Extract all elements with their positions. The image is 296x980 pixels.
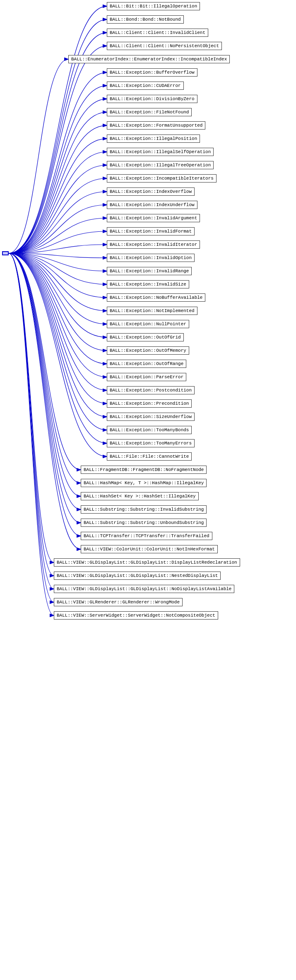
connection-line-n2 [9,19,107,253]
connection-line-n18 [9,231,107,253]
child-node-n18[interactable]: BALL::Exception::InvalidFormat [107,227,195,235]
child-node-n22[interactable]: BALL::Exception::InvalidSize [107,280,189,288]
child-node-n19[interactable]: BALL::Exception::InvalidIterator [107,240,200,249]
child-node-n25[interactable]: BALL::Exception::NullPointer [107,320,189,328]
connection-line-n33 [9,253,107,430]
connection-line-n9 [9,112,107,253]
connection-line-n35 [9,253,107,456]
child-node-n5[interactable]: BALL::EnumeratorIndex::EnumeratorIndex::… [68,55,230,63]
connection-line-n31 [9,253,107,404]
connection-line-n17 [9,218,107,253]
connection-line-n24 [9,253,107,311]
connection-line-n3 [9,33,107,253]
connection-line-n40 [9,253,81,523]
connection-line-n38 [9,253,81,496]
connection-line-n37 [9,253,81,483]
child-node-n33[interactable]: BALL::Exception::TooManyBonds [107,426,192,434]
child-node-n20[interactable]: BALL::Exception::InvalidOption [107,254,195,262]
diagram-container: BALL::Bit::Bit::IllegalOperationBALL::Bo… [0,0,296,980]
child-node-n24[interactable]: BALL::Exception::NotImplemented [107,307,197,315]
child-node-n9[interactable]: BALL::Exception::FileNotFound [107,108,192,116]
child-node-n16[interactable]: BALL::Exception::IndexUnderflow [107,201,197,209]
child-node-n11[interactable]: BALL::Exception::IllegalPosition [107,135,200,143]
child-node-n21[interactable]: BALL::Exception::InvalidRange [107,267,192,275]
connection-line-n43 [9,253,54,562]
child-node-n29[interactable]: BALL::Exception::ParseError [107,373,186,381]
child-node-n40[interactable]: BALL::Substring::Substring::UnboundSubst… [81,519,207,527]
child-node-n2[interactable]: BALL::Bond::Bond::NotBound [107,15,184,24]
connection-line-n45 [9,253,54,589]
child-node-n4[interactable]: BALL::Client::Client::NoPersistentObject [107,42,222,50]
child-node-n34[interactable]: BALL::Exception::TooManyErrors [107,439,195,447]
child-node-n35[interactable]: BALL::File::File::CannotWrite [107,452,192,461]
connection-line-n36 [9,253,81,470]
child-node-n47[interactable]: BALL::VIEW::ServerWidget::ServerWidget::… [54,611,218,620]
connection-line-n1 [9,6,107,253]
connection-line-n44 [9,253,54,576]
child-node-n26[interactable]: BALL::Exception::OutOfGrid [107,333,184,341]
child-node-n43[interactable]: BALL::VIEW::GLDisplayList::GLDisplayList… [54,558,240,567]
child-node-n10[interactable]: BALL::Exception::FormatUnsupported [107,121,205,130]
child-node-n23[interactable]: BALL::Exception::NoBufferAvailable [107,293,205,302]
child-node-n15[interactable]: BALL::Exception::IndexOverflow [107,187,195,196]
connection-line-n7 [9,86,107,253]
child-node-n30[interactable]: BALL::Exception::Postcondition [107,386,195,394]
connection-line-n6 [9,72,107,253]
connection-line-n5 [9,59,68,253]
connection-line-n22 [9,253,107,284]
child-node-n42[interactable]: BALL::VIEW::ColorUnit::ColorUnit::NotInH… [81,545,218,553]
connection-line-n11 [9,139,107,253]
child-node-n44[interactable]: BALL::VIEW::GLDisplayList::GLDisplayList… [54,572,221,580]
child-node-n3[interactable]: BALL::Client::Client::InvalidClient [107,29,208,37]
connection-line-n34 [9,253,107,443]
connection-line-n32 [9,253,107,417]
connection-line-n29 [9,253,107,377]
connection-line-n21 [9,253,107,271]
connection-line-n47 [9,253,54,615]
connection-line-n13 [9,165,107,253]
connection-lines [0,0,296,980]
child-node-n27[interactable]: BALL::Exception::OutOfMemory [107,346,189,355]
child-node-n7[interactable]: BALL::Exception::CUDAError [107,82,184,90]
connection-line-n8 [9,99,107,253]
child-node-n38[interactable]: BALL::HashSet< Key >::HashSet::IllegalKe… [81,492,199,500]
connection-line-n12 [9,152,107,253]
connection-line-n14 [9,178,107,253]
child-node-n45[interactable]: BALL::VIEW::GLDisplayList::GLDisplayList… [54,585,234,593]
child-node-n17[interactable]: BALL::Exception::InvalidArgument [107,214,200,222]
child-node-n36[interactable]: BALL::FragmentDB::FragmentDB::NoFragment… [81,466,207,474]
connection-line-n26 [9,253,107,337]
child-node-n12[interactable]: BALL::Exception::IllegalSelfOperation [107,148,214,156]
child-node-n13[interactable]: BALL::Exception::IllegalTreeOperation [107,161,214,169]
connection-line-n20 [9,253,107,258]
connection-line-n39 [9,253,81,509]
connection-line-n41 [9,253,81,536]
connection-line-n19 [9,245,107,253]
connection-line-n42 [9,253,81,549]
connection-line-n15 [9,192,107,253]
child-node-n28[interactable]: BALL::Exception::OutOfRange [107,360,186,368]
child-node-n46[interactable]: BALL::VIEW::GLRenderer::GLRenderer::Wron… [54,598,183,606]
connection-line-n46 [9,253,54,602]
child-node-n41[interactable]: BALL::TCPTransfer::TCPTransfer::Transfer… [81,532,212,540]
connection-line-n27 [9,253,107,351]
connection-line-n30 [9,253,107,390]
child-node-n6[interactable]: BALL::Exception::BufferOverflow [107,68,197,77]
child-node-n39[interactable]: BALL::Substring::Substring::InvalidSubst… [81,505,207,514]
connection-line-n25 [9,253,107,324]
child-node-n32[interactable]: BALL::Exception::SizeUnderflow [107,413,195,421]
child-node-n37[interactable]: BALL::HashMap< Key, T >::HashMap::Illega… [81,479,207,487]
connection-line-n16 [9,205,107,253]
root-node[interactable] [2,251,9,255]
child-node-n14[interactable]: BALL::Exception::IncompatibleIterators [107,174,217,183]
child-node-n1[interactable]: BALL::Bit::Bit::IllegalOperation [107,2,200,10]
connection-line-n28 [9,253,107,364]
connection-line-n10 [9,125,107,253]
connection-line-n4 [9,46,107,253]
connection-line-n23 [9,253,107,298]
child-node-n31[interactable]: BALL::Exception::Precondition [107,399,192,408]
child-node-n8[interactable]: BALL::Exception::DivisionByZero [107,95,197,103]
